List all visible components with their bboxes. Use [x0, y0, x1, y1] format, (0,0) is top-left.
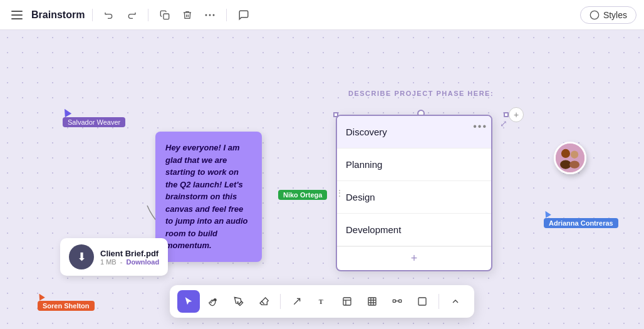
file-icon: ⬇: [69, 244, 94, 269]
tool-connect[interactable]: [386, 290, 408, 313]
table-expand-button[interactable]: ⤢: [500, 118, 507, 128]
tool-shape[interactable]: [411, 290, 434, 313]
styles-button[interactable]: Styles: [580, 6, 636, 24]
svg-point-10: [560, 160, 571, 169]
svg-point-5: [209, 14, 211, 16]
table-add-col-button[interactable]: +: [509, 107, 524, 122]
svg-rect-27: [418, 298, 426, 305]
cursor-adrianna: Adrianna Contreras: [544, 211, 618, 228]
selection-handle-tr[interactable]: [504, 112, 509, 117]
project-phase-label: DESCRIBE PROJECT PHASE HERE:: [336, 90, 506, 97]
menu-button[interactable]: [8, 8, 26, 22]
divider-2: [148, 9, 148, 21]
cursor-soren: Soren Shelton: [38, 293, 95, 311]
svg-point-6: [213, 14, 215, 16]
file-download-link[interactable]: Download: [127, 258, 160, 266]
divider-3: [226, 9, 227, 21]
svg-text:T: T: [319, 298, 323, 305]
more-options-button[interactable]: [201, 11, 219, 19]
file-name: Client Brief.pdf: [100, 249, 159, 258]
divider-1: [92, 9, 93, 21]
avatar-adrianna: [554, 142, 586, 174]
selection-handle-bl[interactable]: [333, 112, 338, 117]
svg-line-14: [294, 298, 299, 304]
table-row[interactable]: Planning: [337, 149, 491, 181]
table-row[interactable]: Development: [337, 214, 491, 246]
cursor-salvador: Salvador Weaver: [63, 108, 125, 127]
tool-arrow[interactable]: [286, 290, 308, 313]
redo-button[interactable]: [123, 8, 140, 23]
cursor-label-adrianna: Adrianna Contreras: [544, 218, 618, 228]
tool-select[interactable]: [177, 290, 200, 313]
cursor-arrow-salvador: [61, 107, 71, 117]
svg-point-11: [571, 151, 578, 159]
copy-button[interactable]: [156, 8, 174, 23]
table-more-button[interactable]: •••: [473, 121, 486, 132]
canvas-svg: [0, 30, 644, 329]
svg-point-7: [590, 11, 598, 19]
table-widget[interactable]: ••• ⋮⋮ Discovery Planning Design Develop…: [336, 115, 492, 271]
bottom-toolbar: T: [170, 285, 474, 318]
tool-note[interactable]: [336, 290, 358, 313]
file-meta: 1 MB - Download: [100, 258, 159, 266]
svg-rect-24: [393, 300, 395, 302]
cursor-arrow-soren: [36, 292, 45, 301]
svg-rect-3: [164, 14, 169, 19]
svg-rect-2: [11, 18, 23, 19]
cursor-niko: Niko Ortega: [278, 192, 284, 198]
svg-point-12: [569, 160, 579, 168]
svg-rect-19: [368, 298, 376, 305]
tool-more[interactable]: [444, 290, 467, 313]
tool-pen[interactable]: [227, 290, 250, 313]
cursor-label-niko: Niko Ortega: [278, 190, 327, 200]
toolbar-left: Brainstorm: [8, 7, 575, 23]
cursor-arrow-adrianna: [543, 209, 551, 218]
svg-rect-8: [556, 144, 584, 172]
svg-point-4: [205, 14, 207, 16]
table-drag-handle[interactable]: ⋮⋮: [336, 189, 343, 197]
canvas[interactable]: Salvador Weaver Hey everyone! I am glad …: [0, 30, 644, 329]
table-add-row-button[interactable]: +: [337, 246, 491, 270]
undo-button[interactable]: [100, 8, 118, 23]
top-toolbar: Brainstorm: [0, 0, 644, 30]
svg-point-13: [237, 302, 238, 303]
file-card[interactable]: ⬇ Client Brief.pdf 1 MB - Download: [60, 238, 168, 276]
tool-eraser[interactable]: [252, 290, 275, 313]
cursor-label-salvador: Salvador Weaver: [63, 117, 125, 127]
cursor-label-soren: Soren Shelton: [38, 301, 95, 311]
tool-text[interactable]: T: [311, 290, 333, 313]
delete-button[interactable]: [179, 8, 196, 23]
tool-table[interactable]: [361, 290, 383, 313]
chat-button[interactable]: [234, 7, 253, 23]
table-row[interactable]: Design: [337, 181, 491, 214]
table-row[interactable]: Discovery: [337, 116, 491, 149]
toolbar-divider-1: [280, 294, 281, 309]
table-container: DESCRIBE PROJECT PHASE HERE: ••• ⋮⋮ Disc…: [336, 90, 506, 115]
svg-rect-0: [11, 11, 23, 12]
sticky-note[interactable]: Hey everyone! I am glad that we are star…: [155, 132, 262, 262]
svg-rect-16: [343, 298, 351, 305]
toolbar-divider-2: [439, 294, 439, 309]
svg-point-9: [561, 149, 570, 158]
tool-hand[interactable]: [202, 290, 225, 313]
page-title: Brainstorm: [31, 9, 85, 21]
svg-rect-25: [399, 300, 402, 302]
file-info: Client Brief.pdf 1 MB - Download: [100, 249, 159, 266]
svg-rect-1: [11, 14, 23, 16]
